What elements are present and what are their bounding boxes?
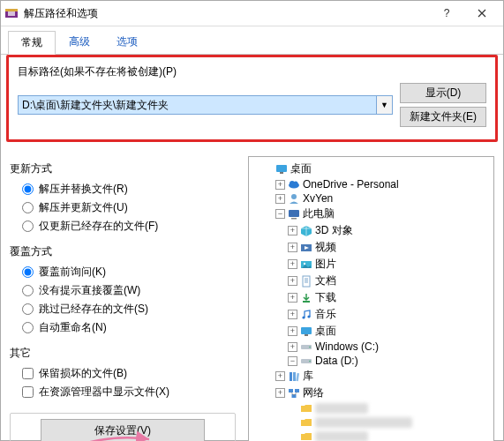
update-replace-radio[interactable]: 解压并替换文件(R) — [10, 180, 236, 198]
update-update-input[interactable] — [22, 202, 34, 213]
destination-path-input[interactable] — [19, 96, 376, 114]
tree-thispc[interactable]: − 此电脑 — [251, 206, 492, 222]
picture-icon — [300, 258, 312, 271]
tree-doc[interactable]: + 文档 — [251, 273, 492, 289]
tree-music[interactable]: + 音乐 — [251, 306, 492, 323]
keep-broken-label: 保留损坏的文件(B) — [39, 366, 127, 381]
tree-label: Windows (C:) — [315, 340, 379, 353]
overwrite-skip-input[interactable] — [22, 303, 34, 315]
update-mode-title: 更新方式 — [10, 161, 236, 176]
collapse-icon[interactable]: − — [275, 209, 285, 219]
library-icon — [288, 370, 300, 383]
overwrite-noask-input[interactable] — [22, 285, 34, 296]
tree-onedrive[interactable]: + OneDrive - Personal — [251, 177, 492, 191]
tree-label: 视频 — [315, 240, 336, 255]
tree-user[interactable]: + XvYen — [251, 191, 492, 206]
tree-label: 音乐 — [315, 307, 336, 322]
tree-desktop2[interactable]: + 桌面 — [251, 323, 492, 340]
expand-icon[interactable]: + — [288, 342, 297, 352]
desktop-icon — [300, 325, 312, 338]
expand-icon[interactable]: + — [288, 293, 297, 303]
tree-label: Data (D:) — [315, 355, 358, 367]
destination-path-combo[interactable]: ▼ — [18, 95, 393, 115]
expand-icon[interactable]: + — [288, 276, 297, 286]
overwrite-rename-radio[interactable]: 自动重命名(N) — [10, 318, 236, 337]
document-icon — [300, 275, 312, 288]
desktop-icon — [275, 163, 288, 176]
expand-icon[interactable]: + — [275, 371, 285, 381]
update-freshen-radio[interactable]: 仅更新已经存在的文件(F) — [10, 217, 236, 235]
tree-item-hidden[interactable] — [251, 401, 492, 415]
chevron-down-icon[interactable]: ▼ — [376, 96, 392, 114]
update-update-radio[interactable]: 解压并更新文件(U) — [10, 198, 236, 217]
tree-pic[interactable]: + 图片 — [251, 256, 492, 273]
update-freshen-label: 仅更新已经存在的文件(F) — [39, 219, 158, 234]
svg-rect-21 — [301, 327, 312, 334]
expand-icon[interactable]: + — [275, 388, 285, 398]
svg-rect-14 — [303, 276, 310, 287]
display-button[interactable]: 显示(D) — [400, 83, 486, 103]
title-bar: 解压路径和选项 ? — [1, 1, 503, 26]
update-freshen-input[interactable] — [22, 220, 34, 232]
svg-rect-10 — [291, 218, 297, 220]
user-icon — [288, 192, 300, 205]
expand-icon[interactable]: + — [288, 259, 297, 269]
help-button[interactable]: ? — [429, 1, 464, 26]
overwrite-ask-input[interactable] — [22, 266, 34, 278]
save-settings-group: 保存设置(V) — [10, 413, 236, 441]
tab-advanced[interactable]: 高级 — [56, 30, 103, 54]
overwrite-ask-radio[interactable]: 覆盖前询问(K) — [10, 263, 236, 281]
destination-path-label: 目标路径(如果不存在将被创建)(P) — [18, 64, 486, 79]
tree-download[interactable]: + 下载 — [251, 289, 492, 306]
svg-rect-28 — [293, 372, 296, 381]
tree-drive-d[interactable]: − Data (D:) — [251, 354, 492, 368]
svg-rect-27 — [290, 372, 292, 381]
tree-item-hidden[interactable] — [251, 430, 492, 441]
svg-rect-2 — [8, 11, 15, 16]
tree-libraries[interactable]: + 库 — [251, 368, 492, 385]
svg-point-13 — [304, 262, 305, 264]
dialog-window: 解压路径和选项 ? 常规 高级 选项 目标路径(如果不存在将被创建)(P) ▼ … — [0, 0, 504, 441]
tab-general[interactable]: 常规 — [8, 31, 56, 55]
svg-rect-3 — [276, 165, 287, 172]
svg-point-26 — [309, 361, 311, 363]
tree-label: 文档 — [315, 273, 336, 288]
new-folder-button[interactable]: 新建文件夹(E) — [400, 107, 486, 127]
tree-label: 此电脑 — [303, 206, 335, 221]
show-in-explorer-check[interactable]: 在资源管理器中显示文件(X) — [10, 383, 236, 401]
tree-label: OneDrive - Personal — [303, 178, 399, 191]
tree-video[interactable]: + 视频 — [251, 239, 492, 256]
tree-desktop[interactable]: 桌面 — [251, 161, 492, 177]
tree-label: 库 — [303, 369, 313, 384]
expand-icon[interactable]: + — [288, 243, 297, 252]
collapse-icon[interactable]: − — [288, 356, 297, 366]
update-replace-input[interactable] — [22, 183, 34, 195]
expand-icon[interactable]: + — [288, 326, 297, 336]
tree-drive-c[interactable]: + Windows (C:) — [251, 340, 492, 354]
overwrite-noask-radio[interactable]: 没有提示直接覆盖(W) — [10, 281, 236, 300]
svg-rect-9 — [289, 210, 299, 217]
tree-network[interactable]: + 网络 — [251, 385, 492, 401]
main-content: 更新方式 解压并替换文件(R) 解压并更新文件(U) 仅更新已经存在的文件(F)… — [1, 149, 503, 441]
svg-rect-1 — [5, 9, 18, 11]
keep-broken-input[interactable] — [22, 368, 34, 379]
overwrite-skip-radio[interactable]: 跳过已经存在的文件(S) — [10, 300, 236, 318]
obscured-text — [315, 417, 412, 428]
expand-icon[interactable]: + — [288, 226, 297, 235]
overwrite-rename-input[interactable] — [22, 322, 34, 333]
expand-icon[interactable]: + — [275, 180, 285, 190]
svg-rect-30 — [289, 389, 293, 392]
save-settings-button[interactable]: 保存设置(V) — [41, 419, 205, 441]
expand-icon[interactable]: + — [288, 310, 297, 319]
tree-3d[interactable]: + 3D 对象 — [251, 222, 492, 239]
close-button[interactable] — [464, 1, 500, 26]
tree-label: 下载 — [315, 290, 336, 305]
show-in-explorer-input[interactable] — [22, 386, 34, 398]
folder-tree[interactable]: 桌面 + OneDrive - Personal + XvYen − 此电脑 — [248, 156, 494, 441]
tree-item-hidden[interactable] — [251, 415, 492, 430]
expand-icon[interactable]: + — [275, 194, 285, 204]
keep-broken-check[interactable]: 保留损坏的文件(B) — [10, 364, 236, 383]
window-title: 解压路径和选项 — [24, 6, 429, 21]
tab-options[interactable]: 选项 — [103, 30, 151, 54]
svg-rect-22 — [305, 334, 308, 336]
